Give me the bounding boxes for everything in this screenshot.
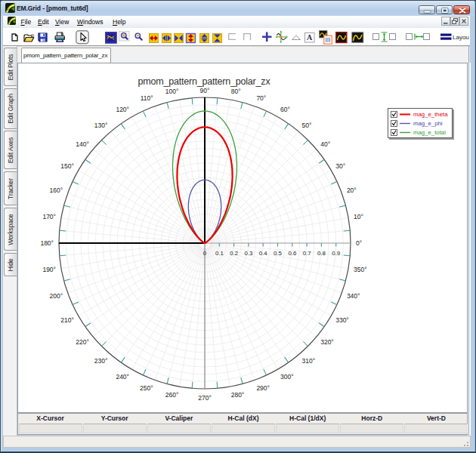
svg-text:150°: 150° xyxy=(60,162,74,170)
svg-text:0.9: 0.9 xyxy=(332,250,340,257)
svg-text:280°: 280° xyxy=(231,391,245,399)
svg-text:0.7: 0.7 xyxy=(303,250,311,257)
svg-text:230°: 230° xyxy=(94,357,108,365)
svg-text:200°: 200° xyxy=(50,292,63,300)
svg-text:mag_e_phi: mag_e_phi xyxy=(413,120,443,127)
svg-text:140°: 140° xyxy=(76,140,89,148)
svg-text:320°: 320° xyxy=(320,338,334,346)
svg-text:80°: 80° xyxy=(231,88,241,95)
svg-text:30°: 30° xyxy=(335,162,345,170)
svg-text:0.2: 0.2 xyxy=(230,250,238,257)
svg-text:210°: 210° xyxy=(60,316,74,324)
svg-text:130°: 130° xyxy=(94,122,108,129)
svg-text:110°: 110° xyxy=(141,94,153,102)
svg-text:220°: 220° xyxy=(76,338,89,346)
svg-text:0.5: 0.5 xyxy=(274,250,283,257)
svg-text:0: 0 xyxy=(203,250,207,257)
svg-text:20°: 20° xyxy=(347,186,357,194)
svg-text:170°: 170° xyxy=(42,213,56,220)
svg-text:340°: 340° xyxy=(347,292,360,300)
svg-text:240°: 240° xyxy=(116,373,129,381)
svg-text:mag_e_total: mag_e_total xyxy=(413,129,446,136)
svg-text:290°: 290° xyxy=(256,384,270,392)
svg-text:260°: 260° xyxy=(165,391,179,399)
svg-text:190°: 190° xyxy=(42,266,56,273)
svg-text:180°: 180° xyxy=(40,239,54,247)
svg-text:60°: 60° xyxy=(280,106,290,113)
svg-text:0.8: 0.8 xyxy=(317,250,326,257)
svg-text:10°: 10° xyxy=(354,213,363,220)
svg-text:0°: 0° xyxy=(356,239,362,247)
svg-text:310°: 310° xyxy=(302,357,316,365)
svg-text:70°: 70° xyxy=(256,94,266,102)
svg-text:160°: 160° xyxy=(50,186,63,194)
svg-text:50°: 50° xyxy=(302,122,312,129)
svg-text:0.1: 0.1 xyxy=(215,250,224,257)
svg-text:100°: 100° xyxy=(165,88,179,95)
svg-text:0.6: 0.6 xyxy=(288,250,296,257)
svg-text:mag_e_theta: mag_e_theta xyxy=(413,111,448,118)
svg-text:0.3: 0.3 xyxy=(244,250,252,257)
svg-text:350°: 350° xyxy=(354,266,367,273)
svg-text:0.4: 0.4 xyxy=(259,250,268,257)
svg-text:40°: 40° xyxy=(320,140,330,148)
svg-text:270°: 270° xyxy=(198,394,212,402)
svg-text:90°: 90° xyxy=(200,87,210,94)
svg-text:330°: 330° xyxy=(335,316,349,324)
svg-text:300°: 300° xyxy=(280,373,294,381)
svg-text:120°: 120° xyxy=(116,106,129,113)
svg-text:250°: 250° xyxy=(140,384,153,392)
